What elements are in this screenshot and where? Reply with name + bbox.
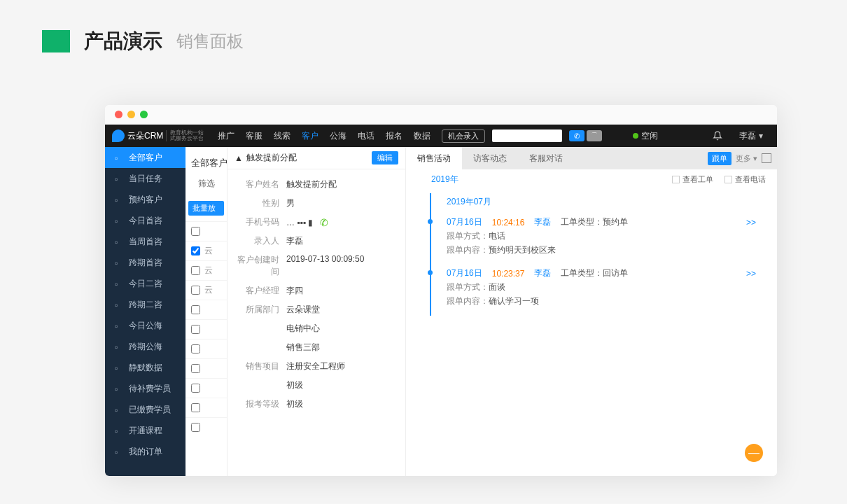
nav-item-4[interactable]: 公海 bbox=[324, 130, 352, 142]
sidebar-item-7[interactable]: ▫跨期二咨 bbox=[105, 294, 186, 315]
fab-button[interactable]: — bbox=[745, 444, 763, 462]
sidebar-item-label: 静默数据 bbox=[129, 362, 162, 374]
filter-label[interactable]: 筛选 bbox=[186, 172, 227, 195]
entry-expand[interactable]: >> bbox=[746, 218, 756, 227]
list-row[interactable] bbox=[186, 417, 227, 437]
detail-field-value: … ▪▪▪ ▮✆ bbox=[286, 216, 396, 228]
sidebar-icon: ▫ bbox=[115, 237, 123, 246]
minimize-icon[interactable] bbox=[127, 111, 135, 118]
person-icon: ▲ bbox=[234, 153, 243, 163]
detail-field-value: 云朵课堂 bbox=[286, 304, 396, 316]
check-view-order[interactable]: 查看工单 bbox=[672, 174, 713, 185]
sidebar-item-8[interactable]: ▫今日公海 bbox=[105, 315, 186, 336]
page-heading: 产品演示 销售面板 bbox=[0, 0, 847, 69]
nav-item-6[interactable]: 报名 bbox=[380, 130, 408, 142]
list-row[interactable] bbox=[186, 221, 227, 241]
sidebar-item-2[interactable]: ▫预约客户 bbox=[105, 189, 186, 210]
sidebar-item-4[interactable]: ▫当周首咨 bbox=[105, 231, 186, 252]
more-link[interactable]: 更多 ▾ bbox=[736, 153, 757, 164]
search-input[interactable] bbox=[492, 130, 562, 142]
follow-button[interactable]: 跟单 bbox=[708, 152, 732, 165]
timeline-entry-line: 跟单方式：面谈 bbox=[447, 279, 756, 293]
month-label: 2019年07月 bbox=[430, 193, 756, 214]
detail-field-label: 报考等级 bbox=[237, 398, 286, 410]
check-view-phone[interactable]: 查看电话 bbox=[724, 174, 766, 185]
sidebar-icon: ▫ bbox=[115, 405, 123, 414]
page-title-main: 产品演示 bbox=[84, 28, 162, 55]
row-checkbox[interactable] bbox=[191, 423, 200, 432]
detail-row: 性别男 bbox=[237, 194, 396, 213]
row-checkbox[interactable] bbox=[191, 403, 200, 412]
content: 全部客户 筛选 批量放 云云云 ▲ 触发提前分配 编辑 客户姓名触发提前分配性别… bbox=[186, 147, 777, 476]
logo-tagline: 教育机构一站式服务云平台 bbox=[166, 130, 204, 141]
timeline-entry-header: 07月16日10:24:16李磊工单类型：预约单>> bbox=[447, 216, 756, 228]
call-icon[interactable]: ✆ bbox=[569, 130, 584, 141]
sidebar-item-0[interactable]: ▫全部客户 bbox=[105, 147, 186, 168]
activity-tab-0[interactable]: 销售活动 bbox=[406, 147, 462, 169]
sidebar-item-13[interactable]: ▫开通课程 bbox=[105, 420, 186, 441]
close-icon[interactable] bbox=[115, 111, 122, 118]
entry-user[interactable]: 李磊 bbox=[534, 267, 551, 279]
row-checkbox[interactable] bbox=[191, 246, 200, 255]
list-row[interactable] bbox=[186, 398, 227, 417]
row-checkbox[interactable] bbox=[191, 286, 200, 295]
bell-icon[interactable] bbox=[713, 131, 722, 141]
activity-tab-2[interactable]: 客服对话 bbox=[518, 147, 574, 169]
user-menu[interactable]: 李磊 ▾ bbox=[739, 130, 763, 142]
list-row[interactable]: 云 bbox=[186, 280, 227, 300]
nav-item-1[interactable]: 客服 bbox=[240, 130, 268, 142]
sidebar-item-6[interactable]: ▫今日二咨 bbox=[105, 273, 186, 294]
list-row[interactable] bbox=[186, 300, 227, 319]
sidebar-item-3[interactable]: ▫今日首咨 bbox=[105, 210, 186, 231]
nav-item-0[interactable]: 推广 bbox=[212, 130, 240, 142]
sidebar-item-12[interactable]: ▫已缴费学员 bbox=[105, 399, 186, 420]
status-indicator[interactable]: 空闲 bbox=[633, 130, 658, 142]
list-row[interactable] bbox=[186, 339, 227, 358]
activity-tab-1[interactable]: 访客动态 bbox=[462, 147, 518, 169]
detail-panel: ▲ 触发提前分配 编辑 客户姓名触发提前分配性别男手机号码… ▪▪▪ ▮✆录入人… bbox=[227, 147, 406, 476]
list-row[interactable] bbox=[186, 378, 227, 398]
nav-item-3[interactable]: 客户 bbox=[296, 130, 324, 142]
hangup-icon[interactable]: ⌒ bbox=[587, 130, 602, 141]
sidebar-icon: ▫ bbox=[115, 153, 123, 162]
entry-expand[interactable]: >> bbox=[746, 269, 756, 279]
list-row[interactable] bbox=[186, 319, 227, 339]
sidebar-item-11[interactable]: ▫待补费学员 bbox=[105, 378, 186, 399]
entry-time: 10:24:16 bbox=[492, 218, 525, 227]
sidebar-icon: ▫ bbox=[115, 342, 123, 351]
detail-field-value: 男 bbox=[286, 197, 396, 209]
maximize-icon[interactable] bbox=[140, 111, 148, 118]
nav-item-5[interactable]: 电话 bbox=[352, 130, 380, 142]
phone-icon[interactable]: ✆ bbox=[320, 217, 328, 228]
sidebar-item-14[interactable]: ▫我的订单 bbox=[105, 441, 186, 462]
nav-item-2[interactable]: 线索 bbox=[268, 130, 296, 142]
row-checkbox[interactable] bbox=[191, 364, 200, 373]
edit-button[interactable]: 编辑 bbox=[372, 151, 398, 164]
year-label[interactable]: 2019年 bbox=[431, 174, 458, 186]
row-checkbox[interactable] bbox=[191, 384, 200, 393]
timeline-entry-line: 跟单内容：预约明天到校区来 bbox=[447, 242, 756, 256]
sidebar-item-10[interactable]: ▫静默数据 bbox=[105, 357, 186, 378]
list-row[interactable] bbox=[186, 358, 227, 378]
entry-button[interactable]: 机会录入 bbox=[442, 130, 485, 143]
row-checkbox[interactable] bbox=[191, 344, 200, 354]
sidebar-item-5[interactable]: ▫跨期首咨 bbox=[105, 252, 186, 273]
row-checkbox[interactable] bbox=[191, 266, 200, 275]
entry-time: 10:23:37 bbox=[492, 269, 525, 279]
entry-user[interactable]: 李磊 bbox=[534, 216, 551, 228]
sidebar-item-9[interactable]: ▫跨期公海 bbox=[105, 336, 186, 357]
list-row[interactable]: 云 bbox=[186, 241, 227, 260]
batch-button[interactable]: 批量放 bbox=[188, 201, 224, 216]
detail-field-label: 客户创建时间 bbox=[237, 254, 286, 278]
popout-icon[interactable] bbox=[762, 153, 771, 163]
sidebar-item-1[interactable]: ▫当日任务 bbox=[105, 168, 186, 189]
list-row[interactable]: 云 bbox=[186, 260, 227, 280]
row-checkbox[interactable] bbox=[191, 325, 200, 334]
nav-item-7[interactable]: 数据 bbox=[408, 130, 436, 142]
detail-field-label: 所属部门 bbox=[237, 304, 286, 316]
detail-row: 报考等级初级 bbox=[237, 395, 396, 414]
row-checkbox[interactable] bbox=[191, 305, 200, 314]
detail-field-label: 销售项目 bbox=[237, 360, 286, 372]
row-checkbox[interactable] bbox=[191, 227, 200, 236]
detail-field-value: 2019-07-13 00:09:50 bbox=[286, 254, 396, 278]
